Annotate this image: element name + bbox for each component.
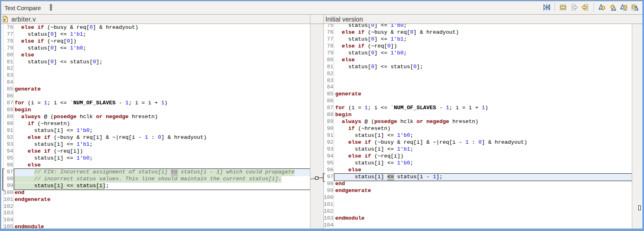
svg-text:v: v <box>4 17 6 22</box>
